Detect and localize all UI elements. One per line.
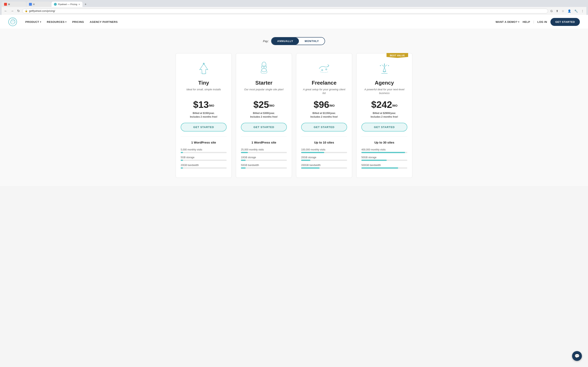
site-nav: PRODUCT ▾ RESOURCES ▾ PRICING AGENCY PAR… <box>0 15 588 29</box>
profile-icon[interactable]: 👤 <box>567 8 572 13</box>
plan-cta-starter[interactable]: GET STARTED <box>241 123 287 132</box>
want-demo-link[interactable]: WANT A DEMO? ▾ <box>495 20 519 24</box>
svg-point-7 <box>388 65 389 66</box>
get-started-nav-button[interactable]: GET STARTED <box>550 18 580 26</box>
plan-name-agency: Agency <box>361 80 407 86</box>
feature-bar-bg <box>301 152 347 153</box>
browser-tab[interactable]: M <box>2 2 26 7</box>
plan-icon-freelance <box>301 62 347 76</box>
plan-cta-agency[interactable]: GET STARTED <box>361 123 407 132</box>
nav-agency-partners[interactable]: AGENCY PARTNERS <box>90 20 118 24</box>
feature-label: 20GB bandwidth <box>181 164 227 167</box>
billing-toggle-container: ANNUALLY MONTHLY <box>271 37 325 45</box>
back-button[interactable]: ← <box>3 8 8 14</box>
plan-features-freelance: Up to 10 sites 100,000 monthly visits 20… <box>301 136 347 169</box>
feature-row-visits-freelance: 100,000 monthly visits <box>301 148 347 153</box>
extensions-icon[interactable]: 🔧 <box>573 8 579 13</box>
svg-point-3 <box>261 68 267 72</box>
address-bar[interactable]: 🔒 getflywheel.com/pricing/ <box>22 8 548 13</box>
plan-card-freelance: Freelance A great setup for your growing… <box>296 53 352 178</box>
feature-bar <box>181 167 183 169</box>
feature-label: 50GB bandwidth <box>241 164 287 167</box>
menu-icon[interactable]: ⋮ <box>580 8 585 13</box>
forward-button[interactable]: → <box>10 8 15 14</box>
feature-bar-bg <box>361 152 407 153</box>
feature-bar-bg <box>181 152 227 153</box>
plan-name-tiny: Tiny <box>181 80 227 86</box>
plan-name-freelance: Freelance <box>301 80 347 86</box>
feature-bar-bg <box>181 167 227 169</box>
feature-label: 20GB storage <box>301 156 347 159</box>
browser-tab[interactable]: H <box>26 2 51 7</box>
svg-marker-1 <box>200 64 208 74</box>
feature-label: 400,000 monthly visits <box>361 148 407 151</box>
best-value-badge: BEST VALUE <box>387 53 408 58</box>
nav-pricing[interactable]: PRICING <box>72 20 84 24</box>
google-icon: G <box>550 8 553 13</box>
monthly-toggle-button[interactable]: MONTHLY <box>299 38 325 45</box>
svg-point-9 <box>384 64 385 64</box>
annually-toggle-button[interactable]: ANNUALLY <box>272 38 299 45</box>
nav-product[interactable]: PRODUCT ▾ <box>25 20 41 24</box>
feature-sites-starter: 1 WordPress site <box>241 141 287 144</box>
nav-links: PRODUCT ▾ RESOURCES ▾ PRICING AGENCY PAR… <box>25 20 495 24</box>
feature-bar <box>241 152 248 153</box>
feature-row-storage-agency: 50GB storage <box>361 156 407 161</box>
price-billing-tiny: Billed at $150/year. Includes 2 months f… <box>181 111 227 119</box>
chevron-icon: ▾ <box>40 21 41 23</box>
feature-label: 25,000 monthly visits <box>241 148 287 151</box>
plan-features-tiny: 1 WordPress site 5,000 monthly visits 5G… <box>181 136 227 169</box>
feature-bar <box>181 152 183 153</box>
reload-button[interactable]: ↻ <box>16 8 21 14</box>
feature-bar <box>361 160 387 161</box>
price-amount-freelance: $96 <box>314 99 329 110</box>
plan-features-starter: 1 WordPress site 25,000 monthly visits 1… <box>241 136 287 169</box>
svg-point-8 <box>380 65 381 66</box>
feature-bar-bg <box>181 160 227 161</box>
feature-sites-agency: Up to 30 sites <box>361 141 407 144</box>
feature-row-storage-starter: 10GB storage <box>241 156 287 161</box>
toolbar-icons: G ⬆ ☆ 👤 🔧 ⋮ <box>550 8 585 13</box>
plan-price-freelance: $96/MO <box>301 99 347 110</box>
price-amount-starter: $25 <box>253 99 269 110</box>
feature-bar <box>241 167 246 169</box>
feature-label: 50GB storage <box>361 156 407 159</box>
feature-bar-bg <box>241 167 287 169</box>
feature-label: 5GB storage <box>181 156 227 159</box>
login-link[interactable]: LOG IN <box>537 20 547 24</box>
bookmark-icon[interactable]: ☆ <box>561 8 565 13</box>
price-amount-agency: $242 <box>371 99 392 110</box>
browser-tab-active[interactable]: Flywheel — Pricing ✕ <box>52 2 82 7</box>
feature-bar-bg <box>241 160 287 161</box>
feature-row-visits-agency: 400,000 monthly visits <box>361 148 407 153</box>
new-tab-button[interactable]: + <box>83 2 88 7</box>
plan-name-starter: Starter <box>241 80 287 86</box>
feature-bar <box>361 167 398 169</box>
feature-bar <box>181 160 183 161</box>
feature-row-visits-tiny: 5,000 monthly visits <box>181 148 227 153</box>
plan-cta-freelance[interactable]: GET STARTED <box>301 123 347 132</box>
feature-sites-freelance: Up to 10 sites <box>301 141 347 144</box>
nav-resources[interactable]: RESOURCES ▾ <box>47 20 66 24</box>
browser-chrome: M H Flywheel — Pricing ✕ + ← → ↻ 🔒 getfl… <box>0 0 588 15</box>
plan-tagline-tiny: Ideal for small, simple installs <box>181 88 227 95</box>
help-link[interactable]: HELP <box>523 20 530 24</box>
price-period-agency: /MO <box>392 104 397 108</box>
price-amount-tiny: $13 <box>193 99 209 110</box>
browser-toolbar: ← → ↻ 🔒 getflywheel.com/pricing/ G ⬆ ☆ 👤… <box>2 7 586 15</box>
price-period-starter: /MO <box>269 104 274 107</box>
feature-label: 100,000 monthly visits <box>301 148 347 151</box>
plan-icon-agency <box>361 62 407 76</box>
feature-row-visits-starter: 25,000 monthly visits <box>241 148 287 153</box>
plan-cta-tiny[interactable]: GET STARTED <box>181 123 227 132</box>
logo[interactable] <box>8 17 17 26</box>
price-billing-freelance: Billed at $1150/year. Includes 2 months … <box>301 111 347 119</box>
feature-row-bandwidth-freelance: 200GB bandwidth <box>301 164 347 169</box>
browser-tabs: M H Flywheel — Pricing ✕ + <box>2 2 586 7</box>
feature-sites-tiny: 1 WordPress site <box>181 141 227 144</box>
svg-point-5 <box>321 69 323 71</box>
price-billing-starter: Billed at $300/year. Includes 2 months f… <box>241 111 287 119</box>
share-icon[interactable]: ⬆ <box>555 8 559 13</box>
plan-tagline-agency: A powerful deal for your next-level busi… <box>361 88 407 95</box>
feature-label: 5,000 monthly visits <box>181 148 227 151</box>
